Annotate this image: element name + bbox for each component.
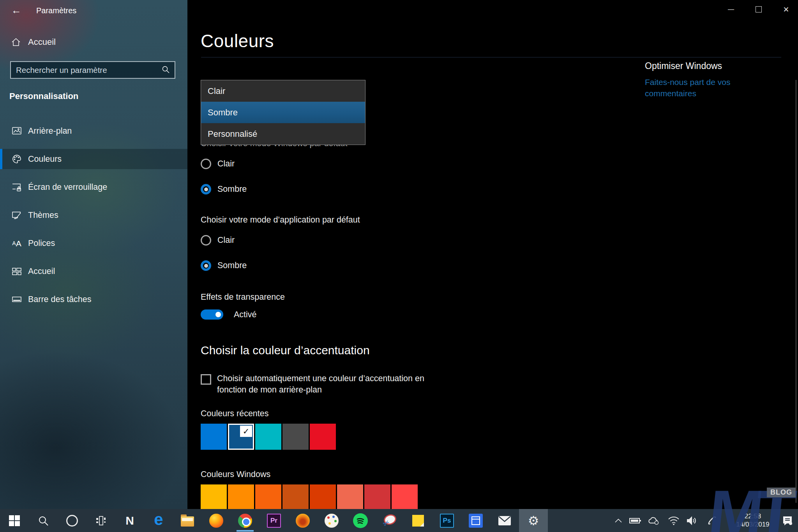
radio-label: Sombre (217, 261, 247, 270)
pen-icon (707, 515, 718, 526)
search-icon[interactable] (161, 65, 170, 75)
sidebar: ← Paramètres Accueil Rechercher un param… (0, 0, 187, 509)
sidebar-home[interactable]: Accueil (0, 33, 187, 51)
windows-color-swatch[interactable] (228, 484, 254, 511)
edge-icon: e (154, 511, 163, 528)
clock-date: 14/03/2019 (729, 520, 776, 528)
sidebar-item-accueil[interactable]: Accueil (0, 261, 187, 281)
volume-button[interactable] (683, 509, 701, 532)
accent-heading: Choisir la couleur d’accentuation (201, 344, 370, 357)
radio-label: Clair (217, 159, 235, 169)
auto-accent-checkbox[interactable] (201, 374, 211, 385)
windows-color-swatch[interactable] (337, 484, 363, 511)
sidebar-item-arriere-plan[interactable]: Arrière-plan (0, 121, 187, 141)
windows-mode-clair-radio[interactable]: Clair (201, 159, 235, 169)
transparency-toggle[interactable] (201, 309, 223, 320)
app-mode-clair-radio[interactable]: Clair (201, 235, 235, 246)
action-center-button[interactable] (779, 509, 796, 532)
notification-icon (782, 515, 793, 526)
close-button[interactable]: ✕ (774, 0, 798, 19)
search-input[interactable]: Rechercher un paramètre (10, 61, 175, 79)
radio-unselected-icon[interactable] (201, 159, 211, 169)
task-view-button[interactable] (87, 509, 115, 532)
file-explorer-button[interactable] (173, 509, 202, 532)
firefox-icon (209, 514, 223, 528)
maximize-button[interactable] (747, 0, 770, 19)
windows-color-swatch[interactable] (364, 484, 390, 511)
app-mode-sombre-radio[interactable]: Sombre (201, 260, 247, 271)
taskbar-search-button[interactable] (29, 509, 58, 532)
windows-color-swatch[interactable] (310, 484, 336, 511)
dropdown-option-sombre[interactable]: Sombre (201, 102, 365, 123)
windows-color-swatch[interactable] (255, 484, 281, 511)
windows-mode-sombre-radio[interactable]: Sombre (201, 184, 247, 194)
taskbar-clock[interactable]: 22:58 14/03/2019 (729, 512, 776, 528)
radio-selected-icon[interactable] (201, 260, 211, 271)
edge-button[interactable]: e (144, 509, 173, 532)
recent-color-swatch[interactable] (255, 424, 281, 450)
scrollbar[interactable] (795, 80, 797, 503)
dropdown-option-clair[interactable]: Clair (201, 80, 365, 102)
radio-label: Clair (217, 235, 235, 245)
image-viewer-icon (296, 514, 310, 528)
snipping-tool-button[interactable]: ✂ (375, 509, 404, 532)
battery-button[interactable] (627, 509, 643, 532)
blue-window-app-button[interactable] (461, 509, 490, 532)
spotify-button[interactable] (346, 509, 375, 532)
sidebar-item-ecran-verrouillage[interactable]: Écran de verrouillage (0, 177, 187, 197)
sidebar-home-label: Accueil (28, 37, 56, 47)
sidebar-item-label: Barre des tâches (28, 295, 92, 304)
chrome-button[interactable] (231, 509, 260, 532)
windows-color-swatch[interactable] (392, 484, 418, 511)
premiere-button[interactable]: Pr (260, 509, 288, 532)
radio-unselected-icon[interactable] (201, 235, 211, 246)
transparency-state: Activé (234, 310, 257, 320)
sidebar-item-polices[interactable]: AA Polices (0, 233, 187, 253)
wifi-button[interactable] (666, 509, 682, 532)
recent-color-swatch[interactable] (310, 424, 336, 450)
windows-color-swatch[interactable] (282, 484, 309, 511)
main-content: — ✕ Couleurs Choisir votre mode Windows … (187, 0, 798, 509)
back-button[interactable]: ← (9, 3, 24, 17)
n-app-button[interactable]: N (115, 509, 144, 532)
recent-colors-label: Couleurs récentes (201, 409, 268, 419)
dropdown-option-personnalise[interactable]: Personnalisé (201, 123, 365, 145)
radio-selected-icon[interactable] (201, 184, 211, 194)
recent-color-swatch-selected[interactable]: ✓ (228, 424, 254, 450)
firefox-button[interactable] (202, 509, 231, 532)
cortana-button[interactable] (58, 509, 87, 532)
taskbar: N e Pr (0, 509, 798, 532)
onedrive-button[interactable] (645, 509, 662, 532)
recent-color-swatch[interactable] (282, 424, 309, 450)
window-title: Paramètres (36, 6, 76, 15)
lock-screen-icon (12, 182, 22, 192)
windows-color-swatch[interactable] (201, 484, 227, 511)
feedback-link[interactable]: Faites-nous part de vos commentaires (645, 76, 740, 99)
onedrive-cloud-icon (647, 516, 660, 525)
sidebar-item-themes[interactable]: Thèmes (0, 205, 187, 225)
sidebar-item-couleurs[interactable]: Couleurs (0, 149, 187, 169)
chrome-icon (238, 514, 252, 528)
tray-chevron-button[interactable] (612, 509, 625, 532)
image-viewer-button[interactable] (288, 509, 317, 532)
start-layout-icon (12, 266, 22, 276)
sticky-notes-button[interactable] (404, 509, 433, 532)
paint-button[interactable] (317, 509, 346, 532)
windows-ink-button[interactable] (704, 509, 721, 532)
sidebar-item-barre-des-taches[interactable]: Barre des tâches (0, 289, 187, 309)
fonts-icon: AA (12, 238, 22, 248)
sidebar-item-label: Arrière-plan (28, 126, 72, 136)
wifi-icon (668, 516, 680, 525)
minimize-button[interactable]: — (719, 0, 743, 19)
sticky-notes-icon (412, 515, 424, 527)
settings-app-button[interactable]: ⚙ (519, 509, 548, 532)
sidebar-item-label: Accueil (28, 267, 55, 276)
recent-color-swatch[interactable] (201, 424, 227, 450)
mail-button[interactable] (490, 509, 519, 532)
photoshop-button[interactable]: Ps (433, 509, 461, 532)
sidebar-item-label: Couleurs (28, 154, 62, 164)
home-icon (11, 37, 21, 47)
sidebar-section-title: Personnalisation (9, 91, 78, 101)
start-button[interactable] (0, 509, 29, 532)
auto-accent-label: Choisir automatiquement une couleur d’ac… (217, 373, 447, 396)
